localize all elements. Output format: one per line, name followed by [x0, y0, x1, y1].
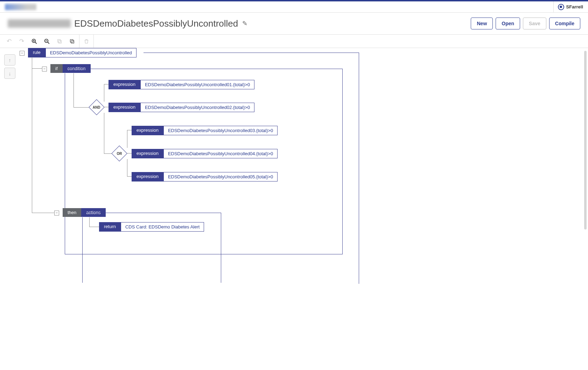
expression-value: EDSDemoDiabetesPossiblyUncontrolled01.{t… [140, 80, 254, 89]
rule-node[interactable]: − rule EDSDemoDiabetesPossiblyUncontroll… [20, 48, 136, 57]
svg-rect-8 [58, 39, 61, 42]
expression-keyword: expression [132, 172, 163, 181]
edit-title-icon[interactable]: ✎ [242, 20, 247, 27]
editor-toolbar: ↶ ↷ [0, 35, 588, 48]
rule-frame-top [144, 53, 359, 53]
svg-line-5 [48, 42, 49, 44]
return-value: CDS Card: EDSDemo Diabetes Alert [121, 222, 204, 232]
expression-keyword: expression [132, 126, 163, 135]
title-bar: EDSDemoDiabetesPossiblyUncontrolled ✎ Ne… [0, 13, 588, 35]
connector [104, 113, 104, 153]
connector [74, 73, 74, 107]
svg-rect-10 [70, 39, 73, 42]
diagram-canvas[interactable]: − rule EDSDemoDiabetesPossiblyUncontroll… [18, 48, 588, 370]
expression-node-4[interactable]: expression EDSDemoDiabetesPossiblyUncont… [132, 149, 278, 158]
collapse-icon[interactable]: − [20, 51, 24, 56]
expression-keyword: expression [108, 80, 140, 89]
rule-frame-right [359, 53, 359, 284]
expression-node-3[interactable]: expression EDSDemoDiabetesPossiblyUncont… [132, 126, 278, 135]
cond-frame-left [65, 73, 65, 254]
open-button[interactable]: Open [496, 18, 520, 29]
zoom-in-icon[interactable] [28, 35, 41, 48]
and-operator[interactable]: AND [91, 102, 102, 113]
rule-name: EDSDemoDiabetesPossiblyUncontrolled [46, 48, 136, 57]
move-down-button[interactable]: ↓ [4, 68, 15, 79]
zoom-out-icon[interactable] [41, 35, 53, 48]
expression-node-2[interactable]: expression EDSDemoDiabetesPossiblyUncont… [108, 103, 254, 112]
return-keyword: return [99, 222, 121, 232]
if-keyword: if [50, 64, 63, 73]
connector [89, 227, 99, 227]
connector [89, 217, 90, 227]
then-keyword: then [63, 208, 81, 217]
page-title: EDSDemoDiabetesPossiblyUncontrolled [74, 18, 238, 29]
return-node[interactable]: return CDS Card: EDSDemo Diabetes Alert [99, 222, 204, 232]
expression-node-1[interactable]: expression EDSDemoDiabetesPossiblyUncont… [108, 80, 254, 89]
username-label: SFarrell [566, 4, 583, 9]
side-nav: ↑ ↓ [0, 48, 18, 370]
toolbar-separator [79, 35, 79, 48]
expression-value: EDSDemoDiabetesPossiblyUncontrolled03.{t… [163, 126, 278, 135]
expression-node-5[interactable]: expression EDSDemoDiabetesPossiblyUncont… [132, 172, 278, 181]
paste-icon[interactable] [66, 35, 78, 48]
svg-line-1 [35, 42, 37, 44]
move-up-button[interactable]: ↑ [4, 54, 15, 66]
delete-icon [80, 35, 93, 48]
svg-rect-7 [58, 40, 61, 43]
connector [127, 159, 127, 176]
actions-frame-left [82, 217, 83, 283]
avatar-icon [558, 4, 564, 10]
collapse-icon[interactable]: − [42, 67, 47, 71]
scrollbar-thumb[interactable] [584, 51, 587, 229]
user-menu[interactable]: SFarrell [553, 1, 583, 12]
or-operator[interactable]: OR [114, 148, 125, 159]
connector [32, 213, 54, 213]
connector [32, 68, 32, 213]
compile-button[interactable]: Compile [549, 18, 580, 29]
connector [127, 130, 132, 130]
brand-logo [5, 4, 36, 10]
connector [127, 176, 132, 177]
connector [74, 107, 91, 108]
breadcrumb-blur [8, 19, 71, 28]
connector [104, 84, 109, 84]
expression-value: EDSDemoDiabetesPossiblyUncontrolled05.{t… [163, 172, 278, 181]
connector [104, 107, 109, 107]
app-header: SFarrell [0, 1, 588, 13]
expression-value: EDSDemoDiabetesPossiblyUncontrolled02.{t… [140, 103, 254, 112]
undo-icon: ↶ [3, 35, 15, 48]
expression-value: EDSDemoDiabetesPossiblyUncontrolled04.{t… [163, 149, 278, 158]
save-button: Save [523, 18, 546, 29]
connector [32, 68, 42, 69]
collapse-icon[interactable]: − [54, 211, 59, 215]
connector [32, 57, 32, 68]
redo-icon: ↷ [15, 35, 28, 48]
rule-keyword: rule [28, 48, 46, 57]
connector [127, 130, 127, 148]
connector [127, 153, 132, 153]
toolbar-separator-2 [93, 35, 94, 48]
new-button[interactable]: New [471, 18, 493, 29]
copy-icon [53, 35, 66, 48]
svg-rect-9 [71, 40, 74, 43]
connector [104, 84, 104, 102]
workspace: ↑ ↓ − rule EDSDemoDiabetesPossiblyUncont… [0, 48, 588, 370]
expression-keyword: expression [108, 103, 140, 112]
expression-keyword: expression [132, 149, 163, 158]
